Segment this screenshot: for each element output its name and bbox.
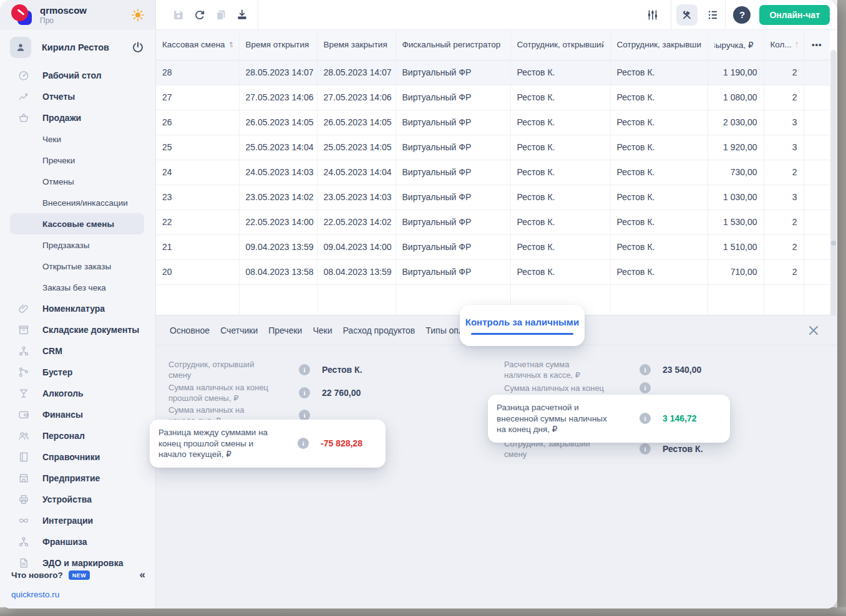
download-icon[interactable] [235, 8, 249, 22]
vertical-scrollbar[interactable] [830, 50, 837, 317]
columns-menu-button[interactable]: ••• [804, 30, 830, 60]
sidebar-section[interactable]: Номенклатура [0, 298, 155, 319]
sidebar-subitem[interactable]: Внесения/инкассации [10, 192, 144, 213]
cell-closed-by: Рестов К. [610, 135, 707, 160]
sort-icon[interactable]: ⇅ [792, 41, 797, 49]
help-button[interactable]: ? [733, 6, 751, 24]
sort-icon[interactable]: ⇅ [225, 41, 233, 49]
sidebar-section[interactable]: Персонал [0, 425, 155, 446]
cell-revenue: 2 030,00 [707, 110, 764, 135]
shift-table-row[interactable]: 21 09.04.2023 13:59 09.04.2023 14:00 Вир… [156, 234, 830, 259]
sidebar-section[interactable]: Складские документы [0, 319, 155, 340]
whats-new-row[interactable]: Что нового? NEW « [11, 565, 145, 585]
shift-table-row[interactable]: 25 25.05.2023 14:04 25.05.2023 14:05 Вир… [156, 135, 830, 160]
detail-tab[interactable]: Пречеки [268, 325, 302, 335]
shift-table-row[interactable]: 22 22.05.2023 14:00 22.05.2023 14:02 Вир… [156, 209, 830, 234]
sidebar-section-label: Интеграции [42, 516, 93, 526]
cell-closed-by: Рестов К. [610, 209, 707, 234]
list-view-icon[interactable] [706, 8, 720, 22]
detail-tab[interactable]: Чеки [313, 325, 332, 335]
shift-table-row[interactable]: 23 23.05.2023 14:02 23.05.2023 14:03 Вир… [156, 185, 830, 209]
info-icon[interactable] [639, 443, 651, 455]
cell-fiscal-register: Виртуальный ФР [396, 135, 510, 160]
sidebar-section[interactable]: Устройства [0, 489, 155, 510]
sidebar-section[interactable]: Продажи [0, 107, 155, 128]
cell-revenue: 1 920,00 [707, 135, 764, 160]
sidebar-subitem[interactable]: Открытые заказы [10, 256, 144, 277]
site-link[interactable]: quickresto.ru [11, 585, 145, 604]
cell-menu [804, 135, 830, 160]
sidebar-section[interactable]: Бустер [0, 362, 155, 383]
active-tab-cash-control[interactable]: Контроль за наличными [460, 305, 585, 346]
column-header[interactable]: Кол... ⇅ [764, 30, 804, 60]
column-header-label: Фискальный регистратор [402, 40, 501, 49]
column-header-label: Время закрытия [324, 40, 387, 49]
logout-power-icon[interactable] [130, 40, 145, 55]
sidebar-subitem[interactable]: Чеки [10, 128, 144, 150]
cell-open-time: 25.05.2023 14:04 [239, 135, 317, 160]
sidebar-section[interactable]: Франшиза [0, 531, 155, 552]
sidebar-subitem[interactable]: Кассовые смены [10, 213, 144, 234]
cell-count: 2 [764, 234, 804, 259]
sidebar-section[interactable]: Интеграции [0, 510, 155, 531]
user-row: Кирилл Рестов [0, 30, 155, 65]
sidebar-subitem[interactable]: Заказы без чека [10, 277, 144, 298]
sidebar-section-label: Продажи [42, 113, 81, 123]
info-icon[interactable] [299, 364, 310, 375]
sidebar-section[interactable]: CRM [0, 340, 155, 362]
column-header[interactable]: Фискальный регистратор ⇅ [396, 30, 510, 60]
refresh-icon[interactable] [193, 8, 207, 22]
detail-tab[interactable]: Расход продуктов [343, 325, 415, 335]
sort-icon[interactable]: ⇅ [309, 41, 310, 49]
sidebar-subitem-label: Заказы без чека [42, 283, 106, 292]
collapse-sidebar-icon[interactable]: « [140, 569, 145, 581]
sidebar-subitem[interactable]: Предзаказы [10, 234, 144, 256]
sidebar-subitem[interactable]: Пречеки [10, 150, 144, 171]
info-icon[interactable] [639, 382, 651, 393]
info-icon[interactable] [298, 438, 309, 449]
sidebar-section[interactable]: Финансы [0, 404, 155, 425]
column-header-label: Кол... [771, 40, 792, 49]
online-chat-button[interactable]: Онлайн-чат [759, 5, 830, 25]
sidebar-section[interactable]: Справочники [0, 446, 155, 468]
save-icon[interactable] [172, 8, 185, 22]
copy-icon[interactable] [214, 8, 228, 22]
close-panel-icon[interactable] [807, 324, 820, 337]
cell-closed-by: Рестов К. [610, 160, 707, 185]
shift-table-row[interactable]: 24 24.05.2023 14:03 24.05.2023 14:04 Вир… [156, 160, 830, 185]
field-label: Сотрудник, открывший смену [168, 359, 270, 380]
sort-icon[interactable]: ⇅ [387, 41, 389, 49]
sidebar-section-label: Устройства [42, 494, 92, 504]
column-header[interactable]: Выручка, ₽ [707, 30, 764, 60]
background-right-strip [837, 0, 846, 616]
sidebar-section[interactable]: Рабочий стол [0, 65, 155, 86]
shift-table-row[interactable]: 27 27.05.2023 14:06 27.05.2023 14:06 Вир… [156, 85, 830, 110]
user-name: Кирилл Рестов [42, 42, 109, 52]
cell-open-time: 27.05.2023 14:06 [239, 85, 317, 110]
sidebar-section[interactable]: Алкоголь [0, 383, 155, 404]
sort-icon[interactable]: ⇅ [500, 41, 503, 49]
sidebar-section[interactable]: Предприятие [0, 468, 155, 489]
info-icon[interactable] [299, 387, 310, 398]
filters-sliders-icon[interactable] [646, 8, 659, 22]
info-icon[interactable] [639, 364, 651, 375]
detail-tab[interactable]: Счетчики [220, 325, 258, 335]
column-header[interactable]: Время закрытия ⇅ [317, 30, 396, 60]
column-header[interactable]: Время открытия ⇅ [239, 30, 317, 60]
shift-table-row[interactable]: 28 28.05.2023 14:07 28.05.2023 14:07 Вир… [156, 60, 830, 85]
detail-tab[interactable]: Основное [170, 325, 210, 335]
sidebar: qrmoscow Про Кирилл Рестов [0, 0, 156, 609]
person-icon [14, 41, 27, 54]
column-header[interactable]: Сотрудник, закрывший... [610, 30, 707, 60]
sidebar-section[interactable]: Отчеты [0, 86, 155, 107]
info-icon[interactable] [639, 413, 651, 424]
cell-count: 2 [764, 209, 804, 234]
tools-button[interactable] [676, 4, 698, 26]
shift-table-row[interactable]: 20 08.04.2023 13:58 08.04.2023 13:59 Вир… [156, 259, 830, 284]
column-header[interactable]: Кассовая смена ⇅ [156, 30, 239, 60]
column-header[interactable]: Сотрудник, открывший... [510, 30, 610, 60]
shift-table-row[interactable]: 26 26.05.2023 14:05 26.05.2023 14:05 Вир… [156, 110, 830, 135]
cell-close-time: 25.05.2023 14:05 [317, 135, 396, 160]
theme-sun-icon[interactable] [130, 7, 145, 22]
sidebar-subitem[interactable]: Отмены [10, 171, 144, 192]
